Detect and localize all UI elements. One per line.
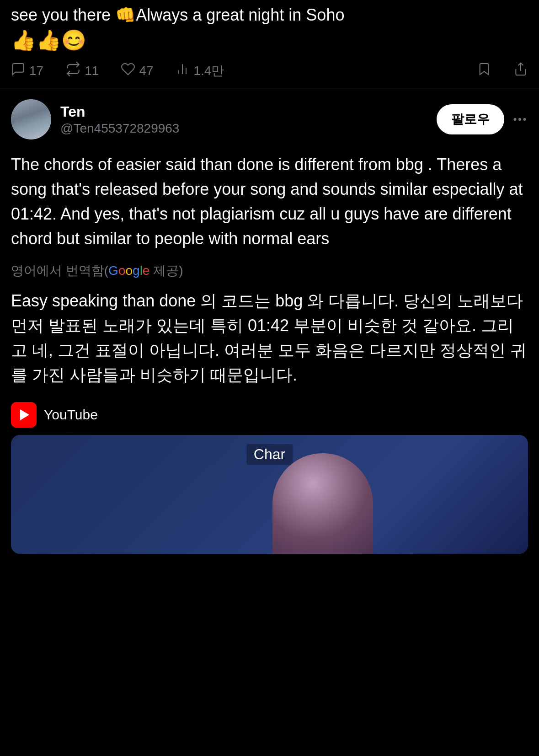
more-options-button[interactable] — [512, 111, 528, 128]
bookmark-action[interactable] — [477, 62, 491, 80]
tweet-body: The chords of easier said than done is d… — [11, 152, 528, 576]
share-icon — [513, 62, 528, 80]
avatar[interactable] — [11, 99, 51, 139]
retweet-action[interactable]: 11 — [65, 61, 99, 80]
emoji-row: 👍👍😊 — [11, 28, 528, 52]
tweet-main-text: The chords of easier said than done is d… — [11, 152, 528, 251]
header-actions: 팔로우 — [437, 104, 528, 134]
bookmark-icon — [477, 62, 491, 80]
google-e: e — [143, 263, 150, 278]
retweet-count: 11 — [85, 64, 99, 78]
svg-point-4 — [514, 118, 517, 121]
user-info: Ten @Ten455372829963 — [11, 99, 179, 139]
svg-point-6 — [523, 118, 526, 121]
share-action[interactable] — [513, 62, 528, 80]
views-action[interactable]: 1.4만 — [175, 62, 224, 80]
user-text: Ten @Ten455372829963 — [60, 103, 179, 136]
previous-tweet-text: see you there 👊Always a great night in S… — [11, 0, 528, 27]
google-g2: g — [133, 263, 140, 278]
google-g: G — [108, 263, 118, 278]
video-preview[interactable]: Char — [11, 435, 528, 554]
youtube-icon — [11, 402, 37, 428]
views-count: 1.4만 — [193, 62, 224, 80]
comment-action[interactable]: 17 — [11, 62, 43, 80]
translated-text: Easy speaking than done 의 코드는 bbg 와 다릅니다… — [11, 289, 528, 387]
comment-count: 17 — [29, 64, 43, 78]
main-tweet: Ten @Ten455372829963 팔로우 The chords of e… — [0, 88, 539, 576]
like-count: 47 — [139, 64, 153, 78]
heart-icon — [121, 62, 135, 80]
views-icon — [175, 62, 190, 80]
like-action[interactable]: 47 — [121, 62, 153, 80]
svg-point-5 — [518, 118, 521, 121]
youtube-play-icon — [20, 409, 29, 420]
video-char-label: Char — [246, 444, 293, 465]
avatar-image — [11, 99, 51, 139]
user-name[interactable]: Ten — [60, 103, 179, 120]
google-o1: o — [118, 263, 126, 278]
page-container: see you there 👊Always a great night in S… — [0, 0, 539, 576]
retweet-icon — [65, 61, 81, 80]
tweet-action-bar: 17 11 47 — [11, 61, 528, 80]
youtube-label: YouTube — [44, 407, 98, 423]
google-o2: o — [125, 263, 133, 278]
comment-icon — [11, 62, 26, 80]
previous-tweet-partial: see you there 👊Always a great night in S… — [0, 0, 539, 88]
action-spacer — [477, 62, 528, 80]
follow-button[interactable]: 팔로우 — [437, 104, 504, 134]
translate-text-after: 제공) — [149, 263, 183, 278]
translate-label: 영어에서 번역함(Google 제공) — [11, 263, 183, 278]
tweet-header: Ten @Ten455372829963 팔로우 — [11, 99, 528, 139]
youtube-link-section[interactable]: YouTube — [11, 402, 528, 435]
user-handle[interactable]: @Ten455372829963 — [60, 121, 179, 136]
video-figure — [272, 453, 373, 554]
translate-text-before: 영어에서 번역함( — [11, 263, 108, 278]
translate-section[interactable]: 영어에서 번역함(Google 제공) — [11, 262, 528, 279]
